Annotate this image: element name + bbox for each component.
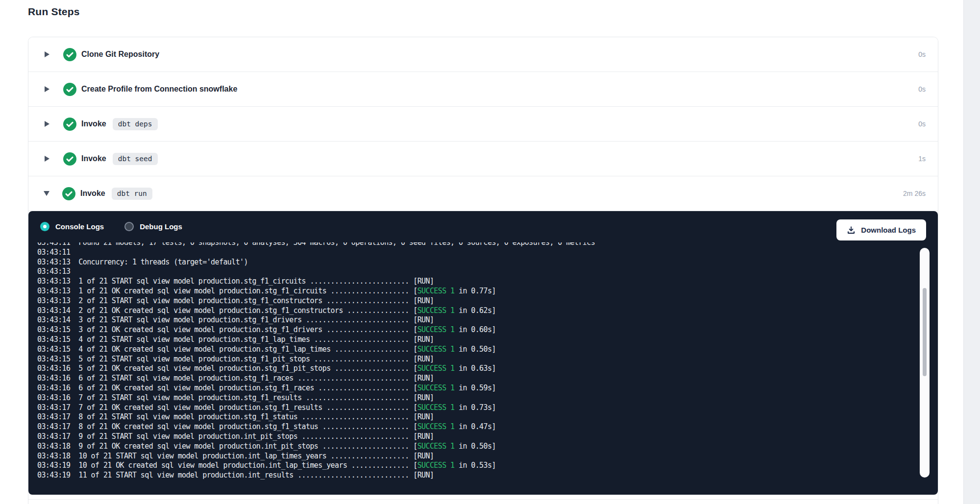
chevron-right-icon[interactable] bbox=[45, 51, 49, 57]
log-line: 03:43:16 6 of 21 OK created sql view mod… bbox=[37, 384, 916, 393]
log-line: 03:43:13 1 of 21 OK created sql view mod… bbox=[37, 287, 916, 296]
radio-unselected-icon[interactable] bbox=[124, 222, 134, 231]
debug-logs-radio[interactable]: Debug Logs bbox=[124, 222, 182, 231]
log-line: 03:43:16 5 of 21 OK created sql view mod… bbox=[37, 364, 916, 374]
radio-selected-icon[interactable] bbox=[40, 222, 49, 231]
log-line: 03:43:17 8 of 21 OK created sql view mod… bbox=[37, 422, 916, 432]
success-check-icon bbox=[62, 187, 75, 200]
log-line: 03:43:18 10 of 21 START sql view model p… bbox=[37, 452, 916, 461]
console-logs-label: Console Logs bbox=[55, 222, 104, 231]
run-steps-card: Clone Git Repository 0s Create Profile f… bbox=[28, 37, 938, 504]
page-scroll-gutter[interactable] bbox=[963, 0, 980, 504]
step-command-badge: dbt run bbox=[112, 188, 152, 200]
next-row-divider bbox=[28, 499, 938, 504]
chevron-right-icon[interactable] bbox=[45, 86, 49, 92]
log-panel: Console Logs Debug Logs Download Logs 03… bbox=[28, 211, 938, 495]
download-icon bbox=[847, 226, 856, 235]
run-step-row-create-profile[interactable]: Create Profile from Connection snowflake… bbox=[28, 72, 938, 107]
log-line: 03:43:11 Found 21 models, 17 tests, 0 sn… bbox=[37, 242, 916, 248]
step-label: Invoke bbox=[81, 120, 106, 128]
success-check-icon bbox=[63, 48, 76, 61]
log-line: 03:43:13 1 of 21 START sql view model pr… bbox=[37, 277, 916, 287]
log-line: 03:43:13 bbox=[37, 267, 916, 277]
step-label: Invoke bbox=[80, 189, 105, 198]
download-logs-button[interactable]: Download Logs bbox=[836, 219, 926, 240]
log-line: 03:43:18 9 of 21 OK created sql view mod… bbox=[37, 442, 916, 452]
chevron-down-icon[interactable] bbox=[44, 191, 49, 196]
step-duration: 2m 26s bbox=[903, 190, 926, 197]
step-duration: 1s bbox=[918, 155, 926, 163]
log-line: 03:43:17 8 of 21 START sql view model pr… bbox=[37, 412, 916, 422]
console-logs-radio[interactable]: Console Logs bbox=[40, 222, 104, 231]
log-scrollbar-track[interactable] bbox=[920, 248, 930, 478]
panel-bottom-gap bbox=[28, 495, 938, 499]
log-line: 03:43:17 9 of 21 START sql view model pr… bbox=[37, 432, 916, 442]
log-panel-header: Console Logs Debug Logs Download Logs bbox=[28, 211, 938, 241]
step-command-badge: dbt deps bbox=[113, 118, 158, 130]
log-line: 03:43:11 bbox=[37, 248, 916, 258]
step-label: Invoke bbox=[81, 154, 106, 163]
console-log-output[interactable]: 03:43:11 Found 21 models, 17 tests, 0 sn… bbox=[37, 242, 916, 487]
success-check-icon bbox=[63, 83, 76, 96]
log-line: 03:43:19 10 of 21 OK created sql view mo… bbox=[37, 461, 916, 471]
download-logs-label: Download Logs bbox=[861, 226, 916, 234]
log-line: 03:43:15 3 of 21 OK created sql view mod… bbox=[37, 325, 916, 335]
chevron-right-icon[interactable] bbox=[45, 156, 49, 162]
log-line: 03:43:16 6 of 21 START sql view model pr… bbox=[37, 374, 916, 384]
step-command-badge: dbt seed bbox=[113, 153, 158, 165]
step-label: Clone Git Repository bbox=[81, 50, 159, 59]
run-step-row-clone-git-repository[interactable]: Clone Git Repository 0s bbox=[28, 37, 938, 72]
log-line: 03:43:13 Concurrency: 1 threads (target=… bbox=[37, 258, 916, 267]
log-line: 03:43:19 11 of 21 START sql view model p… bbox=[37, 471, 916, 480]
run-step-row-dbt-seed[interactable]: Invoke dbt seed 1s bbox=[28, 142, 938, 176]
log-line: 03:43:14 2 of 21 OK created sql view mod… bbox=[37, 306, 916, 316]
debug-logs-label: Debug Logs bbox=[140, 222, 182, 231]
log-line: 03:43:14 3 of 21 START sql view model pr… bbox=[37, 315, 916, 325]
log-line: 03:43:13 2 of 21 START sql view model pr… bbox=[37, 296, 916, 306]
log-line: 03:43:17 7 of 21 OK created sql view mod… bbox=[37, 403, 916, 413]
chevron-right-icon[interactable] bbox=[45, 121, 49, 127]
run-step-row-dbt-deps[interactable]: Invoke dbt deps 0s bbox=[28, 107, 938, 142]
log-line: 03:43:16 7 of 21 START sql view model pr… bbox=[37, 393, 916, 403]
page-title: Run Steps bbox=[28, 6, 80, 18]
log-line: 03:43:15 4 of 21 START sql view model pr… bbox=[37, 335, 916, 345]
step-duration: 0s bbox=[918, 50, 926, 58]
run-step-row-dbt-run[interactable]: Invoke dbt run 2m 26s bbox=[28, 176, 938, 211]
log-line: 03:43:15 5 of 21 START sql view model pr… bbox=[37, 355, 916, 364]
step-duration: 0s bbox=[918, 120, 926, 128]
step-duration: 0s bbox=[918, 85, 926, 93]
success-check-icon bbox=[63, 118, 76, 131]
success-check-icon bbox=[63, 152, 76, 166]
log-line: 03:43:15 4 of 21 OK created sql view mod… bbox=[37, 345, 916, 355]
log-scrollbar-thumb[interactable] bbox=[923, 288, 927, 376]
step-label: Create Profile from Connection snowflake bbox=[81, 85, 237, 94]
